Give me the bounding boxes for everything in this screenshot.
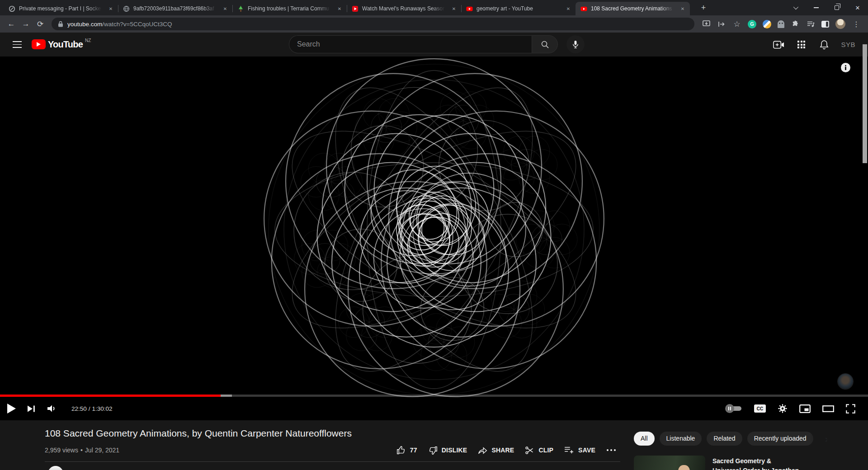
youtube-apps-grid-icon[interactable] (796, 39, 807, 50)
tab-close-icon[interactable]: ✕ (450, 5, 458, 12)
microphone-icon (572, 40, 579, 49)
tab-geometry-art-search[interactable]: geometry art - YouTube ✕ (461, 2, 576, 15)
account-avatar[interactable]: SYB (841, 41, 855, 48)
new-tab-button[interactable]: + (697, 1, 710, 14)
tab-title: Private messaging - Part I | Socke (19, 5, 104, 12)
like-button[interactable]: 77 (392, 445, 421, 456)
tab-close-icon[interactable]: ✕ (679, 5, 686, 12)
browser-toolbar: ← → ⟳ youtube.com/watch?v=5CCqoUCt3CQ ☆ … (0, 15, 868, 33)
play-button[interactable] (7, 404, 16, 414)
tab-title: Fishing troubles | Terraria Commu (248, 5, 332, 12)
more-actions-button[interactable] (602, 445, 620, 456)
sacred-geometry-video-frame (0, 56, 868, 420)
reload-button[interactable]: ⟳ (33, 17, 47, 31)
tab-search-chevron-icon[interactable] (785, 0, 806, 15)
current-time: 22:50 (71, 405, 87, 412)
page-scrollbar-thumb[interactable] (863, 44, 867, 163)
autoplay-toggle[interactable] (725, 404, 742, 413)
primary-column: 108 Sacred Geometry Animations, by Quent… (45, 420, 620, 470)
theater-mode-icon[interactable] (822, 405, 834, 412)
subtitles-cc-button[interactable]: CC (754, 404, 766, 413)
tab-hash-page[interactable]: 9afb72003e911baa73f69cf86b3af ✕ (118, 2, 232, 15)
back-button[interactable]: ← (5, 17, 18, 31)
meta-dot: • (80, 446, 83, 454)
miniplayer-icon[interactable] (799, 404, 811, 413)
video-info-icon[interactable] (841, 63, 850, 72)
search-area (289, 35, 585, 53)
share-icon[interactable] (717, 19, 726, 28)
fullscreen-icon[interactable] (846, 404, 855, 414)
video-corner-thumbnail[interactable] (838, 374, 853, 389)
share-arrow-icon (478, 446, 487, 455)
clip-button[interactable]: CLIP (521, 445, 557, 456)
tab-runaways[interactable]: Watch Marvel's Runaways Season ✕ (347, 2, 461, 15)
action-buttons: 77 DISLIKE SHARE CLIP SAVE (392, 445, 620, 456)
tab-close-icon[interactable]: ✕ (336, 5, 343, 12)
tab-list: Private messaging - Part I | Socke ✕ 9af… (4, 0, 690, 15)
autoplay-pause-icon (725, 404, 734, 413)
related-thumbnail[interactable] (634, 456, 705, 470)
toolbar-icons: ☆ G ⋮ (699, 19, 863, 29)
lock-icon[interactable] (58, 21, 63, 27)
chrome-menu-kebab-icon[interactable]: ⋮ (852, 19, 861, 28)
chip-related[interactable]: Related (707, 432, 742, 446)
address-bar[interactable]: youtube.com/watch?v=5CCqoUCt3CQ (52, 18, 694, 30)
channel-avatar[interactable] (48, 466, 63, 470)
voice-search-button[interactable] (566, 35, 585, 53)
close-window-button[interactable]: ✕ (847, 0, 868, 15)
grammarly-extension-icon[interactable]: G (748, 20, 756, 28)
tab-close-icon[interactable]: ✕ (565, 5, 572, 12)
ghostery-extension-icon[interactable] (778, 20, 784, 28)
chip-recently-uploaded[interactable]: Recently uploaded (747, 432, 813, 446)
tab-close-icon[interactable]: ✕ (222, 5, 229, 12)
video-title: 108 Sacred Geometry Animations, by Quent… (45, 420, 620, 439)
related-title[interactable]: Sacred Geometry & Universal Order by Jon… (712, 456, 801, 470)
more-dots-icon (606, 449, 616, 451)
browser-tabstrip: Private messaging - Part I | Socke ✕ 9af… (0, 0, 868, 15)
side-panel-icon[interactable] (821, 21, 829, 28)
view-count: 2,959 views (45, 446, 78, 454)
install-icon[interactable] (702, 19, 711, 28)
related-video-item[interactable]: Sacred Geometry & Universal Order by Jon… (634, 456, 801, 470)
search-button[interactable] (532, 35, 558, 53)
player-controls: 22:50/1:30:02 CC (0, 397, 868, 420)
socketio-favicon (8, 5, 15, 12)
guide-menu-icon[interactable] (13, 41, 22, 48)
watch-info-area: 108 Sacred Geometry Animations, by Quent… (0, 420, 868, 470)
next-button[interactable] (28, 405, 35, 413)
playlist-music-icon[interactable] (806, 19, 815, 28)
browser-profile-avatar[interactable] (835, 19, 845, 29)
color-extension-icon[interactable] (763, 20, 771, 28)
tab-active-sacred-geometry[interactable]: 108 Sacred Geometry Animations ✕ (576, 2, 690, 15)
create-video-icon[interactable] (773, 39, 784, 50)
volume-icon[interactable] (47, 404, 57, 413)
share-button[interactable]: SHARE (474, 445, 518, 456)
forward-button[interactable]: → (19, 17, 33, 31)
bookmark-star-icon[interactable]: ☆ (732, 19, 741, 28)
youtube-masthead: YouTube NZ SYB (0, 33, 868, 56)
chip-all[interactable]: All (634, 432, 655, 446)
window-controls: ✕ (785, 0, 868, 15)
save-button[interactable]: SAVE (560, 445, 599, 456)
extensions-puzzle-icon[interactable] (791, 19, 800, 28)
thumb-up-icon (396, 446, 406, 455)
dislike-button[interactable]: DISLIKE (424, 445, 472, 456)
youtube-logo[interactable]: YouTube NZ (32, 39, 91, 49)
youtube-favicon (580, 5, 587, 12)
thumb-down-icon (428, 446, 438, 455)
video-player[interactable]: 22:50/1:30:02 CC (0, 56, 868, 420)
chip-listenable[interactable]: Listenable (660, 432, 702, 446)
tab-private-messaging[interactable]: Private messaging - Part I | Socke ✕ (4, 2, 118, 15)
duration: 1:30:02 (92, 405, 113, 412)
restore-button[interactable] (826, 0, 847, 15)
minimize-button[interactable] (806, 0, 826, 15)
secondary-column: All Listenable Related Recently uploaded… (634, 420, 858, 470)
scissors-icon (525, 446, 534, 455)
tab-terraria-forum[interactable]: Fishing troubles | Terraria Commu ✕ (232, 2, 347, 15)
search-input[interactable] (297, 40, 532, 48)
notifications-bell-icon[interactable] (818, 39, 830, 50)
settings-gear-icon[interactable] (778, 404, 788, 414)
tab-close-icon[interactable]: ✕ (107, 5, 114, 12)
globe-favicon (123, 5, 130, 12)
search-box[interactable] (289, 35, 532, 53)
